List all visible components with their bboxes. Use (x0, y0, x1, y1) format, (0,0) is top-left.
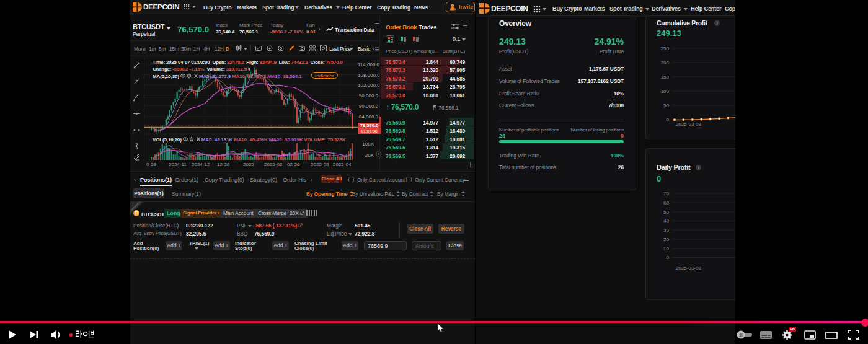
svg-text:0: 0 (666, 255, 670, 260)
svg-text:0: 0 (666, 117, 670, 123)
svg-text:20: 20 (663, 237, 669, 242)
svg-text:100: 100 (661, 89, 670, 94)
svg-text:2025-03-08: 2025-03-08 (676, 265, 701, 271)
svg-text:30: 30 (663, 227, 669, 233)
svg-text:60: 60 (663, 200, 669, 206)
svg-text:200: 200 (661, 60, 670, 66)
svg-text:10: 10 (663, 246, 669, 252)
svg-text:250: 250 (661, 46, 670, 51)
svg-text:70: 70 (663, 191, 669, 196)
svg-text:2025-03-08: 2025-03-08 (676, 121, 701, 127)
svg-text:50: 50 (663, 209, 669, 215)
svg-text:150: 150 (661, 74, 670, 80)
svg-text:40: 40 (663, 218, 669, 224)
svg-text:50: 50 (663, 103, 669, 108)
